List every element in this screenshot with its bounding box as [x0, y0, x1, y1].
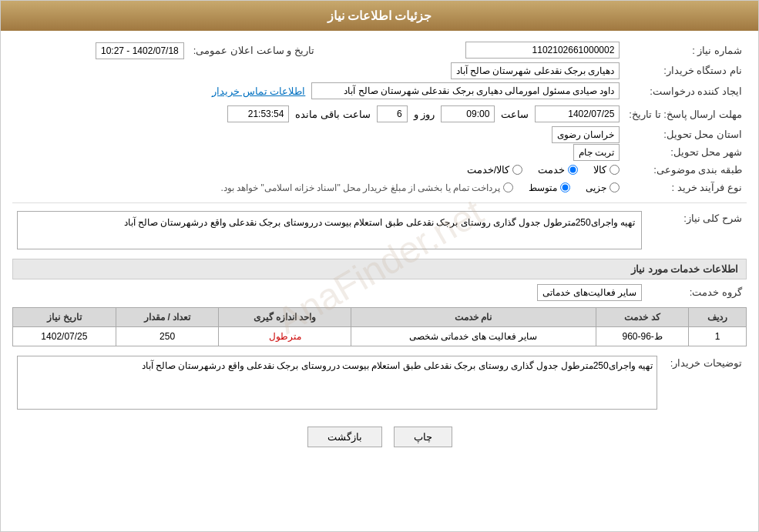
city-value: تربت جام [573, 144, 620, 161]
city-label: شهر محل تحویل: [624, 143, 747, 161]
need-number-value: 1102102661000002 [465, 42, 620, 59]
back-button[interactable]: بازگشت [307, 427, 382, 447]
response-time: 09:00 [441, 105, 495, 122]
col-row: ردیف [689, 308, 747, 327]
category-radio-khedmat-label: خدمت [538, 164, 565, 176]
need-summary-value: تهیه واجرای250مترطول جدول گذاری روستای ب… [17, 211, 642, 249]
buyer-desc-label: توضیحات خریدار: [662, 353, 747, 415]
purchase-type-motavasset-label: متوسط [529, 182, 557, 193]
buyer-desc-textarea[interactable] [17, 356, 657, 410]
services-section-title: اطلاعات خدمات مورد نیاز [12, 259, 747, 279]
service-group-label: گروه خدمت: [646, 283, 747, 301]
footer-buttons: چاپ بازگشت [12, 427, 747, 447]
purchase-type-jozi-label: جزیی [586, 182, 606, 193]
col-date: تاریخ نیاز [13, 308, 116, 327]
purchase-type-jozi[interactable]: جزیی [586, 182, 620, 193]
page-title: جزئیات اطلاعات نیاز [327, 9, 432, 22]
category-radio-both-label: کالا/خدمت [467, 164, 510, 176]
category-radio-khedmat[interactable]: خدمت [538, 164, 578, 176]
cell-name: سایر فعالیت های خدماتی شخصی [351, 327, 596, 346]
category-radio-both-input[interactable] [512, 165, 522, 175]
purchase-type-motavasset-input[interactable] [560, 182, 570, 192]
need-number-label: شماره نیاز : [624, 38, 747, 62]
table-row: 1 ط-96-960 سایر فعالیت های خدماتی شخصی م… [13, 327, 747, 346]
announce-date-value: 1402/07/18 - 10:27 [96, 42, 184, 59]
province-value: خراسان رضوی [552, 126, 620, 143]
contact-link[interactable]: اطلاعات تماس خریدار [212, 85, 305, 97]
col-unit: واحد اندازه گیری [219, 308, 351, 327]
buyer-org-label: نام دستگاه خریدار: [624, 62, 747, 79]
purchase-type-treasury[interactable]: پرداخت تمام یا بخشی از مبلغ خریدار محل "… [220, 182, 513, 193]
category-radio-kala[interactable]: کالا [593, 164, 620, 176]
category-radio-both[interactable]: کالا/خدمت [467, 164, 523, 176]
buyer-org-value: دهیاری برجک نقدعلی شهرستان صالح آباد [451, 62, 620, 79]
cell-date: 1402/07/25 [13, 327, 116, 346]
response-time-label: ساعت [501, 109, 529, 120]
requester-value: داود صیادی مسئول امورمالی دهیاری برجک نق… [311, 82, 620, 99]
category-radio-kala-input[interactable] [610, 165, 620, 175]
purchase-type-jozi-input[interactable] [610, 182, 620, 192]
announce-date-label: تاریخ و ساعت اعلان عمومی: [189, 38, 330, 62]
cell-unit: مترطول [219, 327, 351, 346]
page-header: جزئیات اطلاعات نیاز [1, 1, 758, 31]
cell-code: ط-96-960 [596, 327, 688, 346]
col-code: کد خدمت [596, 308, 688, 327]
purchase-type-label: نوع فرآیند خرید : [624, 179, 747, 196]
requester-label: ایجاد کننده درخواست: [624, 79, 747, 102]
response-deadline-label: مهلت ارسال پاسخ: تا تاریخ: [624, 102, 747, 125]
response-remaining-label: ساعت باقی مانده [295, 109, 370, 120]
service-group-value: سایر فعالیت‌های خدماتی [537, 284, 642, 301]
unit-link[interactable]: مترطول [269, 331, 301, 342]
category-radio-khedmat-input[interactable] [568, 165, 578, 175]
services-table: ردیف کد خدمت نام خدمت واحد اندازه گیری ت… [12, 307, 747, 346]
response-remaining: 21:53:54 [227, 105, 289, 122]
print-button[interactable]: چاپ [394, 427, 452, 447]
col-qty: تعداد / مقدار [116, 308, 219, 327]
cell-qty: 250 [116, 327, 219, 346]
need-summary-label: شرح کلی نیاز: [646, 208, 747, 253]
cell-row: 1 [689, 327, 747, 346]
category-radio-kala-label: کالا [593, 164, 606, 176]
purchase-type-motavasset[interactable]: متوسط [529, 182, 570, 193]
response-days: 6 [377, 105, 408, 122]
purchase-type-treasury-input[interactable] [503, 182, 513, 192]
col-name: نام خدمت [351, 308, 596, 327]
response-date: 1402/07/25 [535, 105, 620, 122]
category-label: طبقه بندی موضوعی: [624, 161, 747, 179]
purchase-type-treasury-label: پرداخت تمام یا بخشی از مبلغ خریدار محل "… [220, 182, 500, 193]
response-day-label: روز و [414, 109, 435, 120]
province-label: استان محل تحویل: [624, 125, 747, 143]
